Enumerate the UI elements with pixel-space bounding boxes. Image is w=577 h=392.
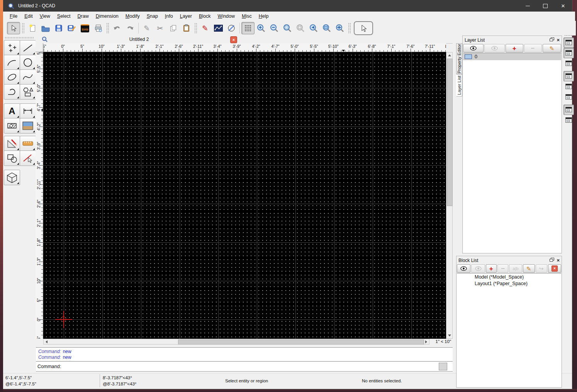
insert-block-button[interactable]: ↪ (536, 264, 547, 273)
dimension-tools-button[interactable] (20, 103, 36, 119)
hide-all-layers-button[interactable] (484, 44, 505, 52)
text-tool-button[interactable]: A (4, 103, 20, 119)
open-file-button[interactable] (39, 22, 52, 34)
menu-draw[interactable]: Draw (74, 12, 92, 21)
auto-zoom-button[interactable] (281, 22, 294, 34)
dock-drag-handle[interactable] (564, 35, 573, 37)
shape-tools-button[interactable] (20, 84, 36, 100)
ellipse-tools-button[interactable] (4, 69, 20, 85)
draw-edit-button[interactable]: ✎ (199, 22, 212, 34)
document-tab[interactable]: Untitled 2 × (39, 35, 239, 43)
toggle-command-line-button[interactable] (563, 105, 574, 115)
remove-layer-button[interactable]: − (524, 44, 542, 52)
selection-pointer-button[interactable] (7, 22, 20, 34)
polyline-tools-button[interactable] (4, 84, 20, 100)
menu-window[interactable]: Window (214, 12, 238, 21)
float-panel-button[interactable] (550, 258, 554, 263)
spline-tools-button[interactable] (20, 69, 36, 85)
show-all-layers-button[interactable] (463, 44, 484, 52)
cut-button[interactable]: ✂ (153, 22, 166, 34)
grid-toggle-button[interactable] (241, 22, 255, 34)
block-row[interactable]: Model (*Model_Space) (457, 274, 561, 280)
horizontal-scrollbar[interactable] (43, 339, 429, 345)
menu-dimension[interactable]: Dimension (92, 12, 122, 21)
toggle-clipboard-button[interactable] (563, 115, 574, 125)
rename-block-button[interactable]: a|b (509, 264, 522, 273)
scroll-down-icon[interactable] (448, 335, 451, 336)
point-tools-button[interactable] (4, 40, 20, 56)
measure-tools-button[interactable] (20, 136, 36, 151)
toggle-layer-list-button[interactable] (563, 37, 574, 48)
edit-layer-button[interactable]: ✎ (543, 44, 561, 52)
maximize-button[interactable] (536, 0, 554, 12)
eraser-button[interactable]: ✎ (140, 22, 153, 34)
selection-tools-button[interactable] (4, 150, 20, 166)
info-tools-button[interactable] (20, 150, 36, 166)
paste-button[interactable] (180, 22, 193, 34)
toggle-property-editor-button[interactable] (563, 58, 574, 69)
float-panel-button[interactable] (550, 37, 554, 43)
modify-tools-button[interactable] (4, 136, 20, 151)
zoom-window-button[interactable] (320, 22, 333, 34)
selection-arrow-button[interactable] (354, 21, 373, 35)
previous-view-button[interactable] (294, 22, 307, 34)
menu-file[interactable]: File (6, 12, 21, 21)
menu-snap[interactable]: Snap (143, 12, 161, 21)
toggle-view-options-button[interactable] (563, 92, 574, 102)
show-all-blocks-button[interactable] (457, 264, 470, 273)
toggle-block-list-button[interactable] (563, 48, 574, 58)
snap-reference-button[interactable] (212, 22, 225, 34)
svg-export-button[interactable]: SVG (78, 22, 92, 34)
menu-help[interactable]: Help (255, 12, 272, 21)
hatch-tool-button[interactable] (4, 118, 20, 133)
purge-block-button[interactable]: × (548, 264, 561, 273)
block-row[interactable]: Layout1 (*Paper_Space) (457, 280, 561, 287)
drawing-canvas[interactable] (43, 52, 446, 339)
save-as-button[interactable] (65, 22, 78, 34)
projection-tools-button[interactable] (4, 170, 20, 185)
close-button[interactable]: ✕ (554, 0, 572, 12)
save-button[interactable] (52, 22, 65, 34)
undo-button[interactable] (110, 22, 124, 34)
line-tools-button[interactable] (20, 40, 36, 56)
toggle-selection-filter-button[interactable] (563, 81, 574, 92)
scroll-right-icon[interactable] (425, 340, 427, 343)
new-file-button[interactable] (26, 22, 39, 34)
horizontal-scroll-thumb[interactable] (178, 340, 424, 345)
scroll-up-icon[interactable] (448, 54, 451, 56)
add-layer-button[interactable]: + (506, 44, 523, 52)
zoom-in-button[interactable] (255, 22, 268, 34)
tab-close-button[interactable]: × (230, 36, 237, 43)
tab-layer-list[interactable]: Layer List (456, 74, 462, 96)
vertical-scroll-thumb[interactable] (447, 59, 453, 206)
pan-button[interactable] (333, 22, 346, 34)
layer-color-swatch[interactable] (465, 54, 472, 59)
toolbar-drag-handle[interactable] (348, 23, 351, 34)
menu-layer[interactable]: Layer (176, 12, 195, 21)
restrict-off-button[interactable] (225, 22, 238, 34)
hide-all-blocks-button[interactable] (471, 264, 485, 273)
menu-block[interactable]: Block (195, 12, 214, 21)
toggle-library-browser-button[interactable] (563, 71, 574, 81)
scroll-left-icon[interactable] (46, 340, 48, 343)
zoom-out-button[interactable] (268, 22, 281, 34)
print-preview-button[interactable] (92, 22, 105, 34)
zoom-previous-button[interactable] (307, 22, 320, 34)
toolbar-drag-handle[interactable] (106, 23, 109, 34)
menu-modify[interactable]: Modify (122, 12, 143, 21)
command-input[interactable]: Command: (36, 362, 453, 372)
minimize-button[interactable] (519, 0, 536, 12)
menu-edit[interactable]: Edit (21, 12, 36, 21)
copy-button[interactable] (166, 22, 180, 34)
menu-view[interactable]: View (36, 12, 54, 21)
command-options-button[interactable] (439, 363, 447, 370)
tab-property-editor[interactable]: Property Editor (456, 43, 462, 74)
image-tool-button[interactable] (20, 118, 36, 133)
menu-info[interactable]: Info (161, 12, 176, 21)
arc-tools-button[interactable] (4, 55, 20, 70)
menu-misc[interactable]: Misc (238, 12, 255, 21)
menu-select[interactable]: Select (54, 12, 74, 21)
close-panel-button[interactable]: × (557, 258, 560, 263)
circle-tools-button[interactable] (20, 55, 36, 70)
vertical-scrollbar[interactable] (446, 52, 453, 339)
